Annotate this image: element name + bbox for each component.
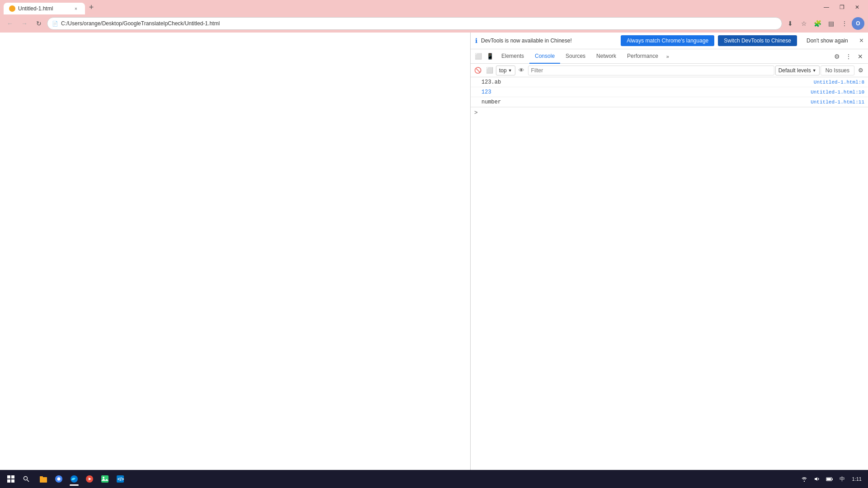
restore-button[interactable]: ❐ bbox=[835, 0, 849, 14]
network-icon[interactable] bbox=[799, 474, 810, 484]
svg-point-0 bbox=[24, 477, 28, 480]
always-match-button[interactable]: Always match Chrome's language bbox=[621, 35, 714, 46]
input-method-icon[interactable]: 中 bbox=[837, 474, 848, 484]
svg-rect-15 bbox=[832, 479, 833, 480]
clear-console-button[interactable]: 🚫 bbox=[472, 65, 483, 76]
taskbar-app-file-explorer[interactable] bbox=[36, 472, 51, 486]
svg-line-1 bbox=[27, 480, 29, 482]
back-button[interactable]: ← bbox=[4, 17, 16, 30]
console-prompt-icon: > bbox=[474, 109, 478, 116]
level-arrow-icon: ▼ bbox=[812, 68, 816, 73]
context-arrow-icon: ▼ bbox=[508, 68, 512, 73]
banner-message: DevTools is now available in Chinese! bbox=[481, 38, 617, 44]
svg-rect-9 bbox=[101, 475, 108, 483]
clock-time: 1:11 bbox=[852, 476, 862, 482]
start-button[interactable] bbox=[4, 472, 18, 486]
device-toolbar-icon[interactable]: 📱 bbox=[484, 51, 496, 62]
tab-title: Untitled-1.html bbox=[18, 5, 70, 12]
address-text: C:/Users/orange/Desktop/GoogleTranslateI… bbox=[61, 20, 777, 27]
windows-logo-icon bbox=[7, 475, 14, 483]
svg-point-5 bbox=[57, 478, 61, 481]
tab-network[interactable]: Network bbox=[591, 49, 622, 64]
title-bar-controls: — ❐ ✕ bbox=[819, 0, 864, 14]
browser-window: Untitled-1.html × + — ❐ ✕ ← → ↻ 📄 C:/Use… bbox=[0, 0, 868, 488]
context-selector[interactable]: top ▼ bbox=[496, 66, 515, 75]
tab-performance[interactable]: Performance bbox=[622, 49, 664, 64]
tab-close-button[interactable]: × bbox=[72, 5, 80, 12]
preserve-log-button[interactable]: ⬜ bbox=[484, 65, 495, 76]
volume-icon[interactable] bbox=[811, 474, 822, 484]
devtools-more-button[interactable]: ⋮ bbox=[843, 51, 854, 62]
extensions-button[interactable]: 🧩 bbox=[811, 17, 824, 30]
tab-bar: Untitled-1.html × + bbox=[4, 0, 817, 14]
issues-button[interactable]: No Issues bbox=[821, 66, 854, 75]
nav-actions: ⬇ ☆ 🧩 ▤ ⋮ O bbox=[784, 17, 864, 30]
media-player-icon bbox=[85, 474, 94, 483]
devtools-close-button[interactable]: ✕ bbox=[854, 51, 866, 62]
tab-elements[interactable]: Elements bbox=[496, 49, 529, 64]
devtools-settings-button[interactable]: ⚙ bbox=[831, 51, 843, 62]
taskbar-app-photos[interactable] bbox=[98, 472, 112, 486]
devtools-tabs: ⬜ 📱 Elements Console Sources Network Per… bbox=[471, 49, 868, 64]
svg-rect-16 bbox=[827, 478, 831, 480]
console-input-row[interactable]: > bbox=[471, 107, 868, 117]
download-button[interactable]: ⬇ bbox=[784, 17, 797, 30]
filter-input[interactable] bbox=[528, 66, 774, 75]
console-settings-button[interactable]: ⚙ bbox=[855, 65, 866, 76]
console-row: 123.ab Untitled-1.html:8 bbox=[471, 77, 868, 87]
taskbar-app-chrome[interactable] bbox=[52, 472, 66, 486]
refresh-button[interactable]: ↻ bbox=[33, 17, 45, 30]
inspect-element-icon[interactable]: ⬜ bbox=[472, 51, 484, 62]
browser-tab[interactable]: Untitled-1.html × bbox=[4, 3, 85, 14]
system-tray: 中 1:11 bbox=[799, 474, 864, 484]
vscode-icon: </> bbox=[116, 474, 125, 483]
search-icon bbox=[23, 475, 30, 483]
profile-button[interactable]: O bbox=[852, 17, 864, 30]
console-source[interactable]: Untitled-1.html:11 bbox=[811, 99, 864, 105]
eye-button[interactable]: 👁 bbox=[516, 65, 527, 76]
taskbar-clock[interactable]: 1:11 bbox=[849, 475, 864, 483]
address-bar[interactable]: 📄 C:/Users/orange/Desktop/GoogleTranslat… bbox=[47, 17, 782, 30]
console-value: number bbox=[481, 99, 811, 105]
console-value: 123 bbox=[481, 89, 811, 95]
close-button[interactable]: ✕ bbox=[850, 0, 864, 14]
navigation-bar: ← → ↻ 📄 C:/Users/orange/Desktop/GoogleTr… bbox=[0, 14, 868, 33]
title-bar: Untitled-1.html × + — ❐ ✕ bbox=[0, 0, 868, 14]
info-icon: ℹ bbox=[475, 37, 477, 44]
photos-icon bbox=[100, 474, 109, 483]
issues-label: No Issues bbox=[826, 67, 849, 74]
page-content bbox=[0, 33, 470, 470]
context-label: top bbox=[499, 67, 507, 74]
log-level-selector[interactable]: Default levels ▼ bbox=[775, 66, 820, 75]
tab-favicon bbox=[9, 5, 15, 12]
forward-button[interactable]: → bbox=[18, 17, 31, 30]
banner-close-button[interactable]: × bbox=[859, 37, 863, 45]
menu-button[interactable]: ⋮ bbox=[838, 17, 851, 30]
minimize-button[interactable]: — bbox=[819, 0, 834, 14]
taskbar-app-vscode[interactable]: </> bbox=[113, 472, 127, 486]
tab-console[interactable]: Console bbox=[529, 49, 560, 64]
switch-devtools-button[interactable]: Switch DevTools to Chinese bbox=[718, 35, 797, 46]
console-source[interactable]: Untitled-1.html:8 bbox=[814, 80, 864, 85]
console-toolbar: 🚫 ⬜ top ▼ 👁 Default levels ▼ No Issues ⚙ bbox=[471, 64, 868, 77]
svg-point-10 bbox=[103, 477, 104, 479]
new-tab-button[interactable]: + bbox=[85, 1, 98, 14]
svg-rect-3 bbox=[40, 476, 43, 478]
console-output: 123.ab Untitled-1.html:8 123 Untitled-1.… bbox=[471, 77, 868, 470]
edge-icon bbox=[70, 474, 79, 483]
sidebar-button[interactable]: ▤ bbox=[825, 17, 837, 30]
devtools-banner: ℹ DevTools is now available in Chinese! … bbox=[471, 33, 868, 49]
tab-sources[interactable]: Sources bbox=[560, 49, 591, 64]
console-source[interactable]: Untitled-1.html:10 bbox=[811, 89, 864, 95]
dont-show-button[interactable]: Don't show again bbox=[801, 35, 854, 46]
chrome-icon bbox=[54, 474, 63, 483]
bookmark-button[interactable]: ☆ bbox=[797, 17, 810, 30]
taskbar-app-edge[interactable] bbox=[67, 472, 81, 486]
level-label: Default levels bbox=[778, 67, 811, 74]
more-tabs-button[interactable]: » bbox=[664, 54, 672, 59]
taskbar-search-button[interactable] bbox=[20, 473, 33, 485]
svg-marker-13 bbox=[815, 477, 817, 481]
taskbar-app-media[interactable] bbox=[82, 472, 97, 486]
battery-icon[interactable] bbox=[824, 474, 835, 484]
file-explorer-icon bbox=[39, 474, 48, 483]
